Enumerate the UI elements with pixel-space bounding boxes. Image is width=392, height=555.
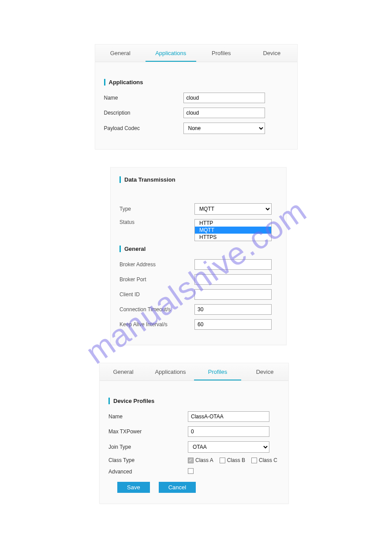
connection-timeout-input[interactable] (194, 304, 272, 315)
class-a-checkbox[interactable]: Class A (188, 457, 213, 463)
general-title: General (119, 246, 277, 252)
tab3-applications[interactable]: Applications (147, 363, 194, 380)
applications-title: Applications (104, 79, 288, 86)
broker-port-label: Broker Port (119, 276, 194, 283)
broker-address-label: Broker Address (119, 261, 194, 268)
device-profiles-panel: General Applications Profiles Device Dev… (99, 363, 289, 504)
applications-panel: General Applications Profiles Device App… (95, 44, 298, 149)
broker-port-input[interactable] (194, 274, 272, 285)
client-id-label: Client ID (119, 291, 194, 298)
name-input[interactable] (183, 93, 265, 103)
checkbox-icon (220, 458, 225, 463)
advanced-checkbox[interactable] (188, 468, 194, 474)
data-transmission-title: Data Transmission (119, 176, 277, 183)
payload-codec-label: Payload Codec (104, 125, 183, 131)
broker-address-input[interactable] (194, 259, 272, 270)
profile-name-input[interactable] (188, 411, 269, 422)
description-label: Description (104, 110, 183, 116)
type-label: Type (119, 206, 194, 212)
cancel-button[interactable]: Cancel (159, 482, 196, 493)
description-input[interactable] (183, 108, 265, 118)
dropdown-option-https[interactable]: HTTPS (195, 234, 271, 241)
join-type-select[interactable]: OTAA (188, 441, 269, 453)
type-dropdown-open: HTTP MQTT HTTPS (194, 219, 272, 241)
dropdown-option-mqtt[interactable]: MQTT (195, 227, 271, 234)
advanced-label: Advanced (108, 469, 188, 475)
device-profiles-title: Device Profiles (108, 398, 280, 404)
payload-codec-select[interactable]: None (183, 123, 265, 134)
profile-name-label: Name (108, 413, 188, 420)
class-a-text: Class A (195, 457, 213, 463)
txpower-input[interactable] (188, 426, 269, 437)
tab-applications[interactable]: Applications (146, 45, 196, 62)
checkbox-icon (188, 458, 194, 463)
class-b-checkbox[interactable]: Class B (220, 457, 245, 463)
tab-bar-3: General Applications Profiles Device (100, 363, 288, 381)
status-label: Status (119, 219, 194, 225)
tab3-general[interactable]: General (100, 363, 147, 380)
data-transmission-panel: Data Transmission Type MQTT Status HTTP … (110, 167, 287, 345)
tab-bar-1: General Applications Profiles Device (95, 45, 297, 62)
tab-general[interactable]: General (95, 45, 146, 62)
join-type-label: Join Type (108, 444, 188, 450)
class-b-text: Class B (227, 457, 245, 463)
keep-alive-label: Keep Alive Interval/s (119, 321, 194, 328)
type-select[interactable]: MQTT (194, 203, 272, 215)
class-type-label: Class Type (108, 457, 188, 463)
connection-timeout-label: Connection Timeout/s (119, 306, 194, 313)
tab3-profiles[interactable]: Profiles (194, 363, 241, 380)
save-button[interactable]: Save (117, 482, 150, 493)
tab-profiles[interactable]: Profiles (196, 45, 247, 62)
dropdown-option-http[interactable]: HTTP (195, 220, 271, 227)
tab-device[interactable]: Device (246, 45, 297, 62)
tab3-device[interactable]: Device (241, 363, 288, 380)
keep-alive-input[interactable] (194, 319, 272, 330)
name-label: Name (104, 95, 183, 101)
client-id-input[interactable] (194, 289, 272, 300)
class-c-checkbox[interactable]: Class C (251, 457, 277, 463)
txpower-label: Max TXPower (108, 428, 188, 435)
class-c-text: Class C (259, 457, 277, 463)
checkbox-icon (251, 458, 257, 463)
